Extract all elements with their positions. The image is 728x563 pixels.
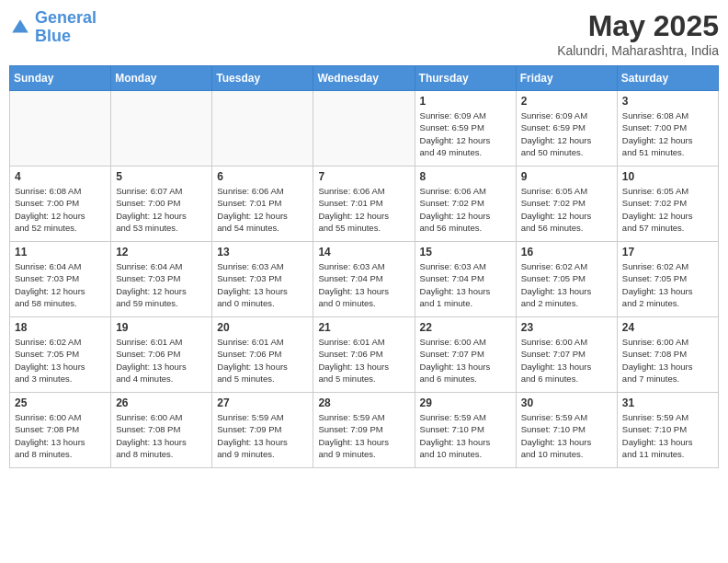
day-number: 15 xyxy=(420,246,511,259)
day-info: Sunrise: 5:59 AM Sunset: 7:09 PM Dayligh… xyxy=(217,411,308,460)
day-number: 3 xyxy=(622,95,713,108)
day-number: 18 xyxy=(15,321,106,334)
month-title: May 2025 xyxy=(557,9,719,43)
day-number: 24 xyxy=(622,321,713,334)
calendar-cell: 9Sunrise: 6:05 AM Sunset: 7:02 PM Daylig… xyxy=(516,167,617,242)
calendar-cell: 26Sunrise: 6:00 AM Sunset: 7:08 PM Dayli… xyxy=(111,393,212,468)
day-info: Sunrise: 6:01 AM Sunset: 7:06 PM Dayligh… xyxy=(116,336,207,385)
calendar-cell: 20Sunrise: 6:01 AM Sunset: 7:06 PM Dayli… xyxy=(212,317,313,393)
day-info: Sunrise: 6:06 AM Sunset: 7:01 PM Dayligh… xyxy=(318,185,409,234)
calendar-cell: 12Sunrise: 6:04 AM Sunset: 7:03 PM Dayli… xyxy=(111,242,212,317)
calendar-cell: 30Sunrise: 5:59 AM Sunset: 7:10 PM Dayli… xyxy=(516,393,617,468)
day-number: 12 xyxy=(116,246,207,259)
calendar-cell: 6Sunrise: 6:06 AM Sunset: 7:01 PM Daylig… xyxy=(212,167,313,242)
day-info: Sunrise: 6:00 AM Sunset: 7:08 PM Dayligh… xyxy=(116,411,207,460)
day-number: 28 xyxy=(318,396,409,409)
calendar-cell: 18Sunrise: 6:02 AM Sunset: 7:05 PM Dayli… xyxy=(10,317,111,393)
day-number: 16 xyxy=(521,246,612,259)
day-number: 5 xyxy=(116,170,207,183)
calendar-cell xyxy=(10,91,111,167)
day-number: 29 xyxy=(420,396,511,409)
day-info: Sunrise: 6:03 AM Sunset: 7:04 PM Dayligh… xyxy=(318,260,409,309)
day-number: 31 xyxy=(622,396,713,409)
day-number: 4 xyxy=(15,170,106,183)
calendar-cell: 14Sunrise: 6:03 AM Sunset: 7:04 PM Dayli… xyxy=(313,242,415,317)
calendar-cell: 16Sunrise: 6:02 AM Sunset: 7:05 PM Dayli… xyxy=(516,242,617,317)
calendar-table: SundayMondayTuesdayWednesdayThursdayFrid… xyxy=(9,65,719,468)
calendar-week-row: 18Sunrise: 6:02 AM Sunset: 7:05 PM Dayli… xyxy=(10,317,719,393)
calendar-cell: 21Sunrise: 6:01 AM Sunset: 7:06 PM Dayli… xyxy=(313,317,415,393)
weekday-header: Sunday xyxy=(10,66,111,91)
calendar-cell: 10Sunrise: 6:05 AM Sunset: 7:02 PM Dayli… xyxy=(617,167,718,242)
day-number: 30 xyxy=(521,396,612,409)
day-number: 14 xyxy=(318,246,409,259)
day-info: Sunrise: 6:02 AM Sunset: 7:05 PM Dayligh… xyxy=(15,336,106,385)
calendar-cell: 24Sunrise: 6:00 AM Sunset: 7:08 PM Dayli… xyxy=(617,317,718,393)
day-number: 19 xyxy=(116,321,207,334)
day-info: Sunrise: 6:07 AM Sunset: 7:00 PM Dayligh… xyxy=(116,185,207,234)
day-number: 25 xyxy=(15,396,106,409)
day-info: Sunrise: 5:59 AM Sunset: 7:10 PM Dayligh… xyxy=(622,411,713,460)
day-info: Sunrise: 6:09 AM Sunset: 6:59 PM Dayligh… xyxy=(521,109,612,158)
calendar-cell xyxy=(111,91,212,167)
day-info: Sunrise: 6:00 AM Sunset: 7:07 PM Dayligh… xyxy=(521,336,612,385)
location: Kalundri, Maharashtra, India xyxy=(557,43,719,58)
calendar-cell: 27Sunrise: 5:59 AM Sunset: 7:09 PM Dayli… xyxy=(212,393,313,468)
day-number: 26 xyxy=(116,396,207,409)
calendar-week-row: 11Sunrise: 6:04 AM Sunset: 7:03 PM Dayli… xyxy=(10,242,719,317)
calendar-cell: 25Sunrise: 6:00 AM Sunset: 7:08 PM Dayli… xyxy=(10,393,111,468)
day-info: Sunrise: 6:00 AM Sunset: 7:08 PM Dayligh… xyxy=(15,411,106,460)
calendar-cell: 22Sunrise: 6:00 AM Sunset: 7:07 PM Dayli… xyxy=(415,317,516,393)
calendar-week-row: 25Sunrise: 6:00 AM Sunset: 7:08 PM Dayli… xyxy=(10,393,719,468)
day-info: Sunrise: 5:59 AM Sunset: 7:10 PM Dayligh… xyxy=(521,411,612,460)
calendar-week-row: 1Sunrise: 6:09 AM Sunset: 6:59 PM Daylig… xyxy=(10,91,719,167)
calendar-cell: 28Sunrise: 5:59 AM Sunset: 7:09 PM Dayli… xyxy=(313,393,415,468)
weekday-header: Saturday xyxy=(617,66,718,91)
day-number: 8 xyxy=(420,170,511,183)
logo-icon xyxy=(9,17,31,39)
day-info: Sunrise: 6:04 AM Sunset: 7:03 PM Dayligh… xyxy=(116,260,207,309)
day-info: Sunrise: 6:03 AM Sunset: 7:03 PM Dayligh… xyxy=(217,260,308,309)
day-number: 10 xyxy=(622,170,713,183)
calendar-cell: 15Sunrise: 6:03 AM Sunset: 7:04 PM Dayli… xyxy=(415,242,516,317)
day-number: 22 xyxy=(420,321,511,334)
day-info: Sunrise: 6:08 AM Sunset: 7:00 PM Dayligh… xyxy=(15,185,106,234)
calendar-cell: 5Sunrise: 6:07 AM Sunset: 7:00 PM Daylig… xyxy=(111,167,212,242)
day-number: 17 xyxy=(622,246,713,259)
calendar-cell: 4Sunrise: 6:08 AM Sunset: 7:00 PM Daylig… xyxy=(10,167,111,242)
weekday-header: Thursday xyxy=(415,66,516,91)
calendar-cell: 3Sunrise: 6:08 AM Sunset: 7:00 PM Daylig… xyxy=(617,91,718,167)
calendar-cell: 8Sunrise: 6:06 AM Sunset: 7:02 PM Daylig… xyxy=(415,167,516,242)
calendar-week-row: 4Sunrise: 6:08 AM Sunset: 7:00 PM Daylig… xyxy=(10,167,719,242)
day-info: Sunrise: 6:06 AM Sunset: 7:01 PM Dayligh… xyxy=(217,185,308,234)
logo-text: General Blue xyxy=(35,9,97,46)
day-number: 7 xyxy=(318,170,409,183)
weekday-header: Tuesday xyxy=(212,66,313,91)
day-number: 1 xyxy=(420,95,511,108)
calendar-cell: 11Sunrise: 6:04 AM Sunset: 7:03 PM Dayli… xyxy=(10,242,111,317)
day-info: Sunrise: 6:03 AM Sunset: 7:04 PM Dayligh… xyxy=(420,260,511,309)
title-block: May 2025 Kalundri, Maharashtra, India xyxy=(557,9,719,58)
logo: General Blue xyxy=(9,9,97,46)
day-number: 6 xyxy=(217,170,308,183)
day-info: Sunrise: 6:00 AM Sunset: 7:08 PM Dayligh… xyxy=(622,336,713,385)
calendar-cell: 19Sunrise: 6:01 AM Sunset: 7:06 PM Dayli… xyxy=(111,317,212,393)
day-number: 11 xyxy=(15,246,106,259)
day-info: Sunrise: 6:02 AM Sunset: 7:05 PM Dayligh… xyxy=(622,260,713,309)
page-header: General Blue May 2025 Kalundri, Maharash… xyxy=(9,9,719,58)
weekday-header: Monday xyxy=(111,66,212,91)
day-number: 13 xyxy=(217,246,308,259)
weekday-header: Wednesday xyxy=(313,66,415,91)
day-info: Sunrise: 5:59 AM Sunset: 7:09 PM Dayligh… xyxy=(318,411,409,460)
weekday-header: Friday xyxy=(516,66,617,91)
day-info: Sunrise: 6:00 AM Sunset: 7:07 PM Dayligh… xyxy=(420,336,511,385)
svg-marker-0 xyxy=(12,19,28,32)
day-number: 23 xyxy=(521,321,612,334)
calendar-cell: 29Sunrise: 5:59 AM Sunset: 7:10 PM Dayli… xyxy=(415,393,516,468)
day-info: Sunrise: 6:02 AM Sunset: 7:05 PM Dayligh… xyxy=(521,260,612,309)
day-number: 9 xyxy=(521,170,612,183)
logo-line1: General xyxy=(35,8,97,27)
day-info: Sunrise: 5:59 AM Sunset: 7:10 PM Dayligh… xyxy=(420,411,511,460)
day-info: Sunrise: 6:05 AM Sunset: 7:02 PM Dayligh… xyxy=(622,185,713,234)
day-number: 27 xyxy=(217,396,308,409)
